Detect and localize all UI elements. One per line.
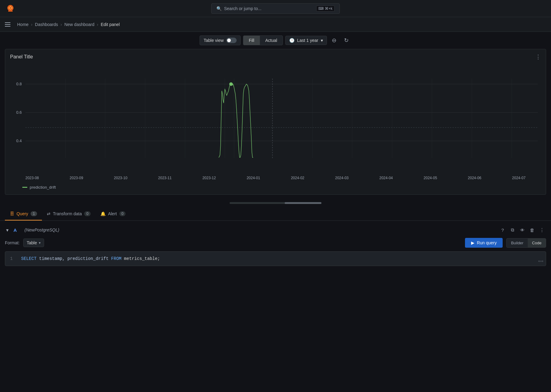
legend-color-swatch bbox=[22, 187, 27, 188]
sql-editor[interactable]: 1 SELECT timestamp, prediction_drift FRO… bbox=[5, 251, 546, 266]
x-label-10: 2024-05 bbox=[424, 176, 437, 180]
run-query-label: Run query bbox=[477, 240, 497, 245]
scroll-thumb[interactable] bbox=[285, 202, 321, 204]
breadcrumb-bar: Home › Dashboards › New dashboard › Edit… bbox=[0, 17, 551, 32]
sql-col2: prediction_drift bbox=[67, 256, 108, 261]
bell-icon: 🔔 bbox=[100, 211, 106, 216]
top-bar-left bbox=[5, 3, 16, 14]
svg-point-25 bbox=[230, 83, 233, 86]
trash-icon: 🗑 bbox=[530, 227, 534, 233]
x-label-6: 2024-01 bbox=[247, 176, 260, 180]
actual-button[interactable]: Actual bbox=[260, 36, 283, 45]
zoom-out-icon: ⊖ bbox=[332, 37, 336, 44]
sql-select-keyword: SELECT bbox=[21, 256, 36, 261]
search-bar[interactable]: 🔍 Search or jump to... ⌨ ⌘+k bbox=[211, 3, 340, 14]
menu-button[interactable] bbox=[5, 21, 12, 28]
copy-button[interactable]: ⧉ bbox=[508, 226, 517, 234]
tab-transform-badge: 0 bbox=[84, 211, 91, 216]
x-label-5: 2023-12 bbox=[202, 176, 216, 180]
chart-svg: 0.8 0.6 0.4 bbox=[10, 63, 541, 173]
fill-button[interactable]: Fill bbox=[243, 36, 260, 45]
grafana-logo[interactable] bbox=[5, 3, 16, 14]
query-row-header: ▾ A (NewPostgreSQL) ? ⧉ 👁 🗑 ⋮ bbox=[5, 226, 546, 234]
code-button[interactable]: Code bbox=[528, 239, 546, 247]
format-label: Format: bbox=[5, 240, 20, 245]
fill-actual-toggle: Fill Actual bbox=[243, 35, 283, 45]
legend-label: prediction_drift bbox=[30, 185, 56, 190]
search-shortcut: ⌨ ⌘+k bbox=[316, 6, 335, 12]
breadcrumb-dashboards[interactable]: Dashboards bbox=[35, 22, 58, 27]
sql-from-keyword: FROM bbox=[111, 256, 122, 261]
table-view-toggle[interactable]: Table view bbox=[200, 35, 240, 45]
panel-title: Panel Title bbox=[10, 54, 541, 60]
copy-icon: ⧉ bbox=[511, 227, 514, 233]
svg-text:0.6: 0.6 bbox=[16, 110, 22, 115]
x-label-7: 2024-02 bbox=[291, 176, 304, 180]
sql-table-name: metrics_table; bbox=[124, 256, 160, 261]
svg-text:0.8: 0.8 bbox=[16, 82, 22, 86]
table-view-switch[interactable] bbox=[226, 38, 237, 43]
query-tabs: 🗄 Query 1 ⇄ Transform data 0 🔔 Alert 0 bbox=[0, 208, 551, 221]
chart-area: 0.8 0.6 0.4 bbox=[10, 63, 541, 173]
ellipsis-v-icon: ⋮ bbox=[540, 227, 544, 233]
sql-resize-handle[interactable]: ⟺ bbox=[538, 259, 543, 264]
sql-col1: timestamp, bbox=[39, 256, 65, 261]
run-query-button[interactable]: ▶ Run query bbox=[465, 238, 503, 248]
panel-menu-button[interactable]: ⋮ bbox=[534, 53, 542, 61]
x-label-9: 2024-04 bbox=[379, 176, 393, 180]
breadcrumb-sep-3: › bbox=[97, 22, 98, 27]
search-placeholder: Search or jump to... bbox=[224, 6, 261, 11]
x-label-4: 2023-11 bbox=[158, 176, 172, 180]
tab-transform[interactable]: ⇄ Transform data 0 bbox=[42, 208, 96, 220]
line-number-1: 1 bbox=[10, 255, 15, 262]
x-axis-labels: 2023-08 2023-09 2023-10 2023-11 2023-12 … bbox=[10, 176, 541, 180]
more-options-button[interactable]: ⋮ bbox=[538, 226, 546, 234]
clock-icon: 🕐 bbox=[289, 38, 294, 43]
chevron-down-icon: ▾ bbox=[321, 38, 323, 43]
breadcrumb-home[interactable]: Home bbox=[17, 22, 28, 27]
query-source: (NewPostgreSQL) bbox=[24, 227, 59, 232]
chart-legend: prediction_drift bbox=[10, 183, 541, 190]
transform-icon: ⇄ bbox=[47, 211, 51, 216]
panel-toolbar: Table view Fill Actual 🕐 Last 1 year ▾ ⊖… bbox=[0, 32, 551, 49]
tab-query[interactable]: 🗄 Query 1 bbox=[5, 208, 42, 220]
help-button[interactable]: ? bbox=[498, 226, 507, 234]
tab-query-badge: 1 bbox=[31, 211, 37, 216]
tab-transform-label: Transform data bbox=[53, 211, 82, 216]
format-value: Table bbox=[27, 240, 37, 245]
tab-alert[interactable]: 🔔 Alert 0 bbox=[96, 208, 130, 220]
x-label-2: 2023-09 bbox=[70, 176, 83, 180]
x-label-3: 2023-10 bbox=[114, 176, 127, 180]
tab-alert-badge: 0 bbox=[119, 211, 126, 216]
query-icons: ? ⧉ 👁 🗑 ⋮ bbox=[498, 226, 546, 234]
chart-scrollbar[interactable] bbox=[5, 200, 546, 206]
breadcrumb-sep-2: › bbox=[61, 22, 62, 27]
breadcrumb-current: Edit panel bbox=[101, 22, 120, 27]
breadcrumb-dashboard-name[interactable]: New dashboard bbox=[64, 22, 94, 27]
table-view-label: Table view bbox=[204, 38, 223, 43]
time-range-button[interactable]: 🕐 Last 1 year ▾ bbox=[285, 36, 327, 45]
eye-button[interactable]: 👁 bbox=[518, 226, 527, 234]
svg-text:0.4: 0.4 bbox=[16, 139, 22, 143]
play-icon: ▶ bbox=[471, 240, 474, 245]
builder-button[interactable]: Builder bbox=[507, 239, 527, 247]
time-range-label: Last 1 year bbox=[297, 38, 318, 43]
x-label-11: 2024-06 bbox=[468, 176, 481, 180]
chart-panel: Panel Title ⋮ 0.8 0.6 0.4 bbox=[5, 49, 546, 195]
breadcrumb-sep-1: › bbox=[31, 22, 32, 27]
question-circle-icon: ? bbox=[501, 227, 504, 233]
format-row: Format: Table ▾ ▶ Run query Builder Code bbox=[5, 238, 546, 248]
database-icon: 🗄 bbox=[10, 211, 14, 216]
refresh-button[interactable]: ↻ bbox=[342, 35, 351, 45]
zoom-out-button[interactable]: ⊖ bbox=[329, 35, 339, 45]
top-bar: 🔍 Search or jump to... ⌨ ⌘+k bbox=[0, 0, 551, 17]
delete-button[interactable]: 🗑 bbox=[528, 226, 536, 234]
search-icon: 🔍 bbox=[216, 6, 222, 11]
query-section: ▾ A (NewPostgreSQL) ? ⧉ 👁 🗑 ⋮ Format: Ta… bbox=[0, 221, 551, 271]
query-expand-button[interactable]: ▾ bbox=[5, 226, 10, 234]
scroll-track[interactable] bbox=[230, 202, 321, 204]
refresh-icon: ↻ bbox=[344, 37, 349, 44]
format-select[interactable]: Table ▾ bbox=[23, 239, 44, 247]
tab-alert-label: Alert bbox=[108, 211, 117, 216]
sql-line-1: 1 SELECT timestamp, prediction_drift FRO… bbox=[10, 255, 541, 262]
